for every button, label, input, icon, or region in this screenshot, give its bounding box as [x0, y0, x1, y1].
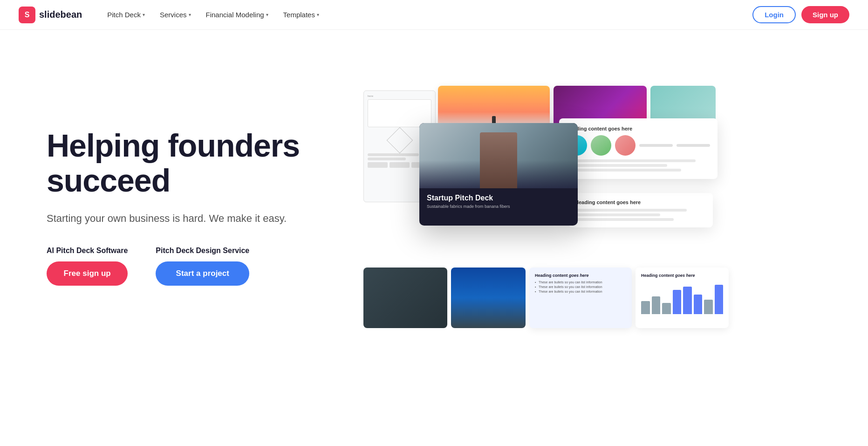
hero-cta-group: AI Pitch Deck Software Free sign up Pitc… [47, 247, 335, 286]
slides-mosaic: here [363, 86, 849, 328]
chart-bar-4 [673, 290, 682, 315]
signup-button[interactable]: Sign up [801, 6, 849, 23]
heading-card-label: Heading content goes here [567, 126, 710, 131]
nav-actions: Login Sign up [752, 6, 849, 23]
slide-circle-2 [591, 135, 611, 156]
slide-bottom-left [363, 268, 447, 328]
chart-bar-5 [683, 287, 692, 315]
chart-bar-8 [715, 285, 724, 314]
nav-link-financial-modeling[interactable]: Financial Modeling ▾ [199, 7, 275, 22]
slide-heading-card: Heading content goes here [559, 118, 718, 179]
slide-bullet-3: These are bullets so you can list inform… [535, 290, 626, 293]
chevron-down-icon: ▾ [317, 12, 319, 17]
chevron-down-icon: ▾ [143, 12, 145, 17]
cta-software: AI Pitch Deck Software Free sign up [47, 247, 128, 286]
chart-bar-7 [704, 300, 713, 315]
chart-bar-1 [641, 301, 650, 314]
cta-software-label: AI Pitch Deck Software [47, 247, 128, 255]
start-project-button[interactable]: Start a project [156, 261, 249, 286]
chart-bars [641, 281, 723, 314]
slide-main-card: Startup Pitch Deck Sustainable fabrics m… [419, 123, 578, 226]
chart-bar-2 [652, 296, 661, 315]
slide-bottom-chart: Heading content goes here [636, 268, 729, 328]
slide-main-title: Startup Pitch Deck [427, 194, 570, 202]
chart-bar-6 [694, 295, 703, 314]
hero-content: Helping founders succeed Starting your o… [47, 128, 335, 286]
hero-image: here [363, 86, 849, 328]
navigation: S slidebean Pitch Deck ▾ Services ▾ Fina… [0, 0, 868, 30]
slide-bullet-2: These are bullets so you can list inform… [535, 285, 626, 288]
chart-heading: Heading content goes here [641, 273, 723, 278]
login-button[interactable]: Login [752, 6, 796, 23]
free-signup-button[interactable]: Free sign up [47, 261, 128, 286]
nav-link-services[interactable]: Services ▾ [153, 7, 198, 22]
chevron-down-icon: ▾ [266, 12, 268, 17]
slide-bottom-text: Heading content goes here These are bull… [529, 268, 632, 328]
slide-bullets-heading: Heading content goes here [535, 273, 626, 278]
nav-link-pitch-deck[interactable]: Pitch Deck ▾ [101, 7, 151, 22]
cta-service: Pitch Deck Design Service Start a projec… [156, 247, 249, 286]
slide-circle-3 [615, 135, 636, 156]
hero-subtitle: Starting your own business is hard. We m… [47, 211, 335, 226]
slide-main-subtitle: Sustainable fabrics made from banana fib… [427, 204, 570, 209]
nav-links: Pitch Deck ▾ Services ▾ Financial Modeli… [101, 7, 752, 22]
heading-card-2-label: Heading content goes here [575, 199, 706, 205]
slide-heading-card-2: Heading content goes here [568, 193, 713, 227]
slide-bottom-plant [451, 268, 526, 328]
logo-text: slidebean [39, 9, 82, 20]
nav-link-templates[interactable]: Templates ▾ [277, 7, 326, 22]
logo-icon: S [19, 7, 35, 23]
logo-link[interactable]: S slidebean [19, 7, 82, 23]
chevron-down-icon: ▾ [189, 12, 191, 17]
hero-section: Helping founders succeed Starting your o… [0, 30, 868, 384]
cta-service-label: Pitch Deck Design Service [156, 247, 249, 255]
slide-bullet-1: These are bullets so you can list inform… [535, 281, 626, 284]
hero-title: Helping founders succeed [47, 128, 335, 198]
chart-bar-3 [662, 303, 671, 315]
